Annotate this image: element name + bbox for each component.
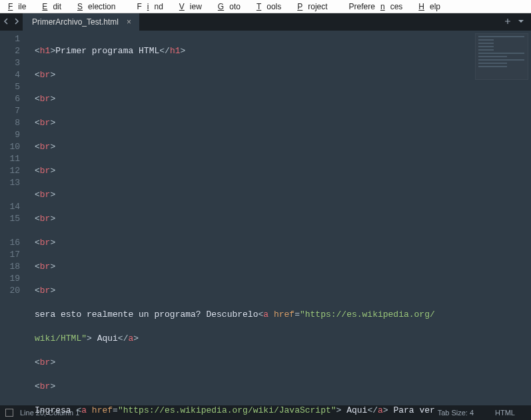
tab-dropdown-icon[interactable] <box>518 17 524 27</box>
line-number: 19 <box>0 273 20 285</box>
line-number: 3 <box>0 57 20 69</box>
menu-bar: File Edit Selection Find View Goto Tools… <box>0 0 531 13</box>
gutter: 1 2 3 4 5 6 7 8 9 10 11 12 13 14 15 16 1… <box>0 31 25 405</box>
line-number: 9 <box>0 129 20 141</box>
menu-find[interactable]: Find <box>126 1 173 13</box>
menu-selection[interactable]: Selection <box>72 1 126 13</box>
panel-toggle-icon[interactable] <box>5 409 13 417</box>
line-number: 17 <box>0 249 20 261</box>
line-number: 6 <box>0 93 20 105</box>
menu-goto[interactable]: Goto <box>213 1 251 13</box>
menu-project[interactable]: Project <box>292 1 338 13</box>
line-number: 10 <box>0 141 20 153</box>
code-area[interactable]: <h1>Primer programa HTML</h1> <br> <br> … <box>25 31 531 405</box>
editor-area[interactable]: 1 2 3 4 5 6 7 8 9 10 11 12 13 14 15 16 1… <box>0 31 531 405</box>
menu-view[interactable]: View <box>174 1 213 13</box>
line-number: 12 <box>0 165 20 177</box>
menu-tools[interactable]: Tools <box>251 1 292 13</box>
minimap[interactable] <box>475 33 528 80</box>
nav-forward-icon[interactable] <box>13 17 20 27</box>
line-number: 2 <box>0 45 20 57</box>
line-number: 20 <box>0 285 20 297</box>
line-number: 13 <box>0 177 20 201</box>
menu-help[interactable]: Help <box>413 1 451 13</box>
line-number: 4 <box>0 69 20 81</box>
line-number: 15 <box>0 213 20 237</box>
tab-active[interactable]: PrimerArchivo_Test.html × <box>23 13 139 31</box>
line-number: 11 <box>0 153 20 165</box>
close-icon[interactable]: × <box>127 17 131 27</box>
line-number: 7 <box>0 105 20 117</box>
tab-title: PrimerArchivo_Test.html <box>32 17 119 27</box>
menu-edit[interactable]: Edit <box>37 1 72 13</box>
new-tab-icon[interactable] <box>504 17 511 27</box>
line-number: 18 <box>0 261 20 273</box>
tab-bar: PrimerArchivo_Test.html × <box>0 13 531 31</box>
line-number: 1 <box>0 33 20 45</box>
nav-arrows <box>0 13 23 31</box>
line-number: 14 <box>0 201 20 213</box>
nav-back-icon[interactable] <box>3 17 9 27</box>
line-number: 16 <box>0 237 20 249</box>
menu-file[interactable]: File <box>3 1 37 13</box>
menu-preferences[interactable]: Preferences <box>338 1 414 13</box>
line-number: 5 <box>0 81 20 93</box>
line-number: 8 <box>0 117 20 129</box>
